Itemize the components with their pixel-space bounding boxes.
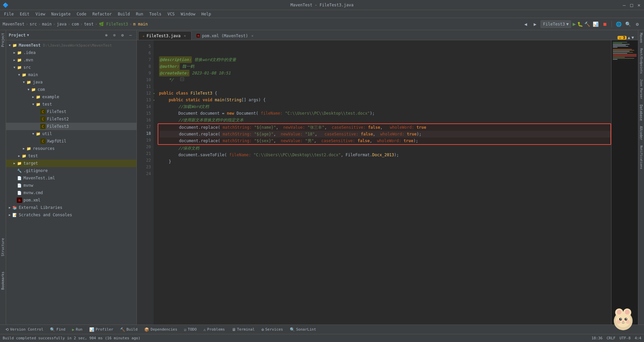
tree-item-idea[interactable]: ▶ 📁 .idea [6, 49, 137, 56]
encoding-status[interactable]: UTF-8 [620, 336, 631, 340]
run-tool-button[interactable]: ▶ Run [69, 327, 85, 333]
settings-button[interactable]: ⚙ [633, 20, 641, 28]
todo-button[interactable]: ☑ TODO [181, 327, 200, 333]
menu-window[interactable]: Window [178, 11, 198, 17]
right-panel-axcoder[interactable]: AXcoder [639, 123, 644, 143]
scroll-up-button[interactable]: ▲ [628, 35, 630, 40]
tree-item-mvn[interactable]: ▶ 📁 .mvn [6, 56, 137, 64]
menu-build[interactable]: Build [115, 11, 132, 17]
line-num-7: 7 [149, 56, 151, 63]
menu-tools[interactable]: Tools [147, 11, 164, 17]
breadcrumb-test[interactable]: test [84, 22, 94, 26]
tab-close-button[interactable]: ✕ [250, 34, 255, 38]
right-panel-json[interactable]: Json Parser [639, 76, 644, 102]
breadcrumb-filetest3[interactable]: 🌿 FileTest3 [99, 22, 128, 26]
code-editor[interactable]: ▶ ▶ @description: 替换word文档中的变量 @author: … [154, 40, 611, 325]
menu-code[interactable]: Code [74, 11, 89, 17]
tree-item-maventest[interactable]: ▼ 📁 MavenTest D:\Java\JavaWorkSpace\Mave… [6, 42, 137, 49]
version-control-button[interactable]: ⟲ Version Control [3, 327, 46, 333]
maximize-button[interactable]: □ [629, 3, 634, 7]
dependencies-button[interactable]: 📦 Dependencies [142, 327, 180, 333]
tree-item-filetest3[interactable]: C FileTest3 [6, 123, 137, 130]
tree-item-example[interactable]: ▶ 📁 example [6, 93, 137, 101]
tree-item-mvnwcmd[interactable]: 📄 mvnw.cmd [6, 189, 137, 196]
menu-refactor[interactable]: Refactor [90, 11, 114, 17]
menu-navigate[interactable]: Navigate [49, 11, 73, 17]
sidebar-collapse-all[interactable]: ⊕ [103, 32, 110, 39]
scratches-icon: 📝 [12, 212, 17, 218]
tree-item-com[interactable]: ▼ 📁 com [6, 86, 137, 93]
menu-run[interactable]: Run [133, 11, 146, 17]
scroll-down-button[interactable]: ▼ [632, 35, 634, 40]
run-icon-12[interactable]: ▶ [154, 87, 154, 92]
build-button[interactable]: 🔨 [584, 21, 590, 27]
tree-item-filetest1[interactable]: C FileTest [6, 108, 137, 115]
tree-item-main[interactable]: ▼ 📁 main [6, 71, 137, 78]
menu-help[interactable]: Help [199, 11, 214, 17]
coverage-button[interactable]: 📊 [591, 20, 599, 28]
sonarlint-button[interactable]: 🔍 SonarLint [287, 327, 319, 333]
left-tab-bookmarks[interactable]: Bookmarks [0, 270, 5, 291]
breadcrumb-method[interactable]: m main [133, 22, 148, 26]
tree-item-java[interactable]: ▼ 📁 java [6, 78, 137, 86]
tree-item-test-src[interactable]: ▶ 📁 test [6, 152, 137, 160]
tree-item-xwpfutil[interactable]: C XwpfUtil [6, 137, 137, 145]
tree-item-util[interactable]: ▼ 📁 util [6, 130, 137, 137]
left-tab-project[interactable]: Project [0, 30, 5, 50]
menu-view[interactable]: View [33, 11, 48, 17]
sidebar-locate-file[interactable]: ⊙ [111, 32, 118, 39]
search-button[interactable]: 🔍 [624, 20, 632, 28]
translate-button[interactable]: 🌐 [614, 20, 623, 28]
menu-vcs[interactable]: VCS [165, 11, 177, 17]
tree-item-iml[interactable]: 📄 MavenTest.iml [6, 174, 137, 182]
menu-edit[interactable]: Edit [17, 11, 32, 17]
breadcrumb-java[interactable]: java [57, 22, 66, 26]
tab-pomxml[interactable]: m pom.xml (MavenTest) ✕ [192, 31, 259, 40]
breadcrumb-src[interactable]: src [30, 22, 37, 26]
debug-button[interactable]: 🐛 [577, 21, 583, 27]
find-button[interactable]: 🔍 Find [47, 327, 68, 333]
problems-button[interactable]: ⚠ Problems [201, 327, 227, 333]
menu-file[interactable]: File [1, 11, 16, 17]
tab-close-button[interactable]: ✕ [182, 34, 187, 38]
line-sep-status[interactable]: CRLF [607, 336, 616, 340]
run-config-selector[interactable]: FileTest3 ▼ [540, 20, 571, 28]
tree-item-external-libs[interactable]: ▶ 📚 External Libraries [6, 204, 137, 211]
run-icon-13[interactable]: ▶ [154, 94, 154, 99]
profiler-button[interactable]: 📊 Profiler [87, 327, 116, 333]
right-panel-rest[interactable]: Rest/Endpoints [639, 46, 644, 76]
back-button[interactable]: ◀ [522, 20, 530, 28]
tab-filetest3[interactable]: ☕ FileTest3.java ✕ [138, 31, 192, 40]
close-button[interactable]: ✕ [637, 3, 641, 7]
sidebar-dropdown-icon[interactable]: ▼ [27, 33, 29, 37]
forward-button[interactable]: ▶ [531, 20, 539, 28]
left-tab-structure[interactable]: Structure [0, 237, 5, 258]
breadcrumb-project[interactable]: MavenTest [3, 22, 24, 26]
tree-item-pomxml[interactable]: m pom.xml [6, 196, 137, 204]
right-panel-notifications[interactable]: Notifications [639, 143, 644, 172]
folder-icon: 📁 [17, 161, 22, 166]
terminal-button[interactable]: 🖥 Terminal [229, 327, 258, 333]
sidebar-settings[interactable]: ⚙ [119, 32, 126, 39]
sidebar-minimize[interactable]: — [127, 32, 134, 39]
tree-item-target[interactable]: ▶ 📁 target [6, 160, 137, 167]
tree-item-scratches[interactable]: ▶ 📝 Scratches and Consoles [6, 211, 137, 219]
services-button[interactable]: ⚙ Services [259, 327, 285, 333]
tree-item-test-pkg[interactable]: ▼ 📁 test [6, 101, 137, 108]
breadcrumb-main[interactable]: main [42, 22, 52, 26]
stop-button[interactable]: ⏹ [601, 20, 609, 28]
right-panel-maven[interactable]: Maven [639, 30, 644, 46]
breadcrumb-com[interactable]: com [71, 22, 79, 26]
right-panel-database[interactable]: Database [639, 102, 644, 123]
line-col-status[interactable]: 18:36 [591, 336, 602, 340]
tree-item-mvnw[interactable]: 📄 mvnw [6, 182, 137, 189]
tree-item-resources[interactable]: ▶ 📁 resources [6, 145, 137, 152]
code-line-10: */ [159, 76, 611, 83]
run-button[interactable]: ▶ [573, 21, 576, 27]
indent-status[interactable]: 4:4 [635, 336, 641, 340]
minimize-button[interactable]: — [622, 3, 627, 7]
tree-item-gitignore[interactable]: 🔧 .gitignore [6, 167, 137, 174]
tree-item-src[interactable]: ▼ 📁 src [6, 64, 137, 71]
build-tool-button[interactable]: 🔨 Build [117, 327, 140, 333]
tree-item-filetest2[interactable]: C FileTest2 [6, 115, 137, 123]
